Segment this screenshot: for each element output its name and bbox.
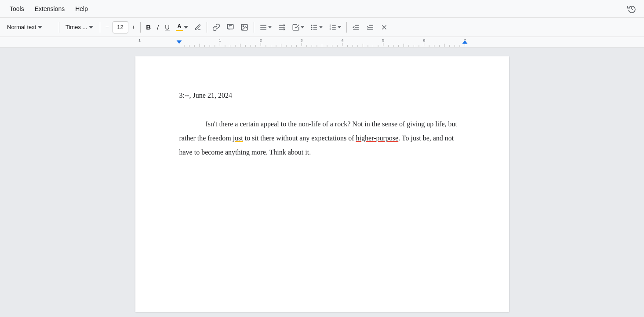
document-paragraph[interactable]: Isn't there a certain appeal to the non-… xyxy=(179,117,465,159)
separator-4 xyxy=(207,22,207,33)
font-size-input[interactable] xyxy=(113,21,128,33)
font-color-bar xyxy=(176,30,183,31)
font-size-decrease[interactable]: − xyxy=(103,20,112,34)
toolbar: Normal text Times ... − + B I U A xyxy=(0,18,644,37)
style-label: Normal text xyxy=(7,24,36,30)
svg-point-8 xyxy=(243,26,244,26)
svg-marker-2 xyxy=(184,26,188,29)
pencil-icon xyxy=(194,24,201,31)
checklist-button[interactable] xyxy=(289,20,307,34)
checklist-chevron xyxy=(301,26,304,29)
font-size-increase[interactable]: + xyxy=(129,20,138,34)
align-icon xyxy=(259,23,267,31)
separator-2 xyxy=(100,22,100,33)
font-color-chevron xyxy=(184,25,188,29)
insert-comment-button[interactable] xyxy=(224,20,237,34)
style-dropdown-chevron xyxy=(38,25,42,29)
menu-bar: Tools Extensions Help xyxy=(0,0,644,18)
svg-marker-23 xyxy=(319,26,323,28)
menu-help[interactable]: Help xyxy=(71,4,92,14)
increase-indent-button[interactable] xyxy=(364,20,377,34)
menu-bar-right xyxy=(625,2,639,16)
numbered-list-chevron xyxy=(338,26,341,29)
svg-marker-0 xyxy=(38,26,42,29)
insert-image-button[interactable] xyxy=(238,20,251,34)
increase-indent-icon xyxy=(366,23,374,31)
document-area: 3:--, June 21, 2024 Isn't there a certai… xyxy=(0,48,644,317)
document-date: 3:--, June 21, 2024 xyxy=(179,92,465,100)
align-button[interactable] xyxy=(257,20,274,34)
svg-marker-16 xyxy=(301,26,304,28)
separator-1 xyxy=(59,22,59,33)
highlight-button[interactable] xyxy=(192,20,204,34)
svg-marker-12 xyxy=(268,26,272,28)
bullets-chevron xyxy=(319,26,323,29)
font-dropdown[interactable]: Times ... xyxy=(62,20,97,34)
style-dropdown[interactable]: Normal text xyxy=(4,20,56,34)
svg-point-22 xyxy=(311,29,312,29)
ruler xyxy=(0,37,644,48)
link-icon xyxy=(212,23,220,31)
bold-button[interactable]: B xyxy=(143,20,153,34)
checklist-icon xyxy=(292,23,300,31)
image-icon xyxy=(240,23,248,31)
comment-icon xyxy=(226,23,234,31)
menu-tools[interactable]: Tools xyxy=(5,4,29,14)
font-color-label: A xyxy=(177,23,181,29)
numbered-list-button[interactable]: 1 2 3 xyxy=(326,20,344,34)
font-dropdown-chevron xyxy=(89,25,93,29)
svg-point-20 xyxy=(311,25,312,26)
line-spacing-icon xyxy=(278,23,286,31)
word-higher-purpose: higher-purpose xyxy=(356,134,399,142)
bullets-icon xyxy=(310,23,318,31)
ruler-canvas xyxy=(0,37,644,47)
clear-formatting-icon xyxy=(380,23,388,31)
separator-3 xyxy=(140,22,141,33)
svg-marker-1 xyxy=(89,26,93,29)
svg-text:3: 3 xyxy=(330,28,331,30)
version-history-button[interactable] xyxy=(625,2,639,16)
decrease-indent-icon xyxy=(352,23,360,31)
document-page[interactable]: 3:--, June 21, 2024 Isn't there a certai… xyxy=(135,56,509,312)
font-color-button[interactable]: A xyxy=(173,20,191,34)
font-label: Times ... xyxy=(65,24,87,30)
menu-extensions[interactable]: Extensions xyxy=(30,4,69,14)
numbered-list-icon: 1 2 3 xyxy=(329,23,337,31)
underline-button[interactable]: U xyxy=(162,20,172,34)
italic-button[interactable]: I xyxy=(154,20,161,34)
word-just: just xyxy=(233,134,243,142)
separator-5 xyxy=(254,22,254,33)
bullets-button[interactable] xyxy=(308,20,325,34)
separator-6 xyxy=(346,22,347,33)
align-chevron xyxy=(268,26,272,29)
svg-marker-30 xyxy=(338,26,341,28)
decrease-indent-button[interactable] xyxy=(349,20,363,34)
svg-point-21 xyxy=(311,27,312,28)
clear-formatting-button[interactable] xyxy=(378,20,391,34)
link-button[interactable] xyxy=(210,20,223,34)
line-spacing-button[interactable] xyxy=(275,20,288,34)
